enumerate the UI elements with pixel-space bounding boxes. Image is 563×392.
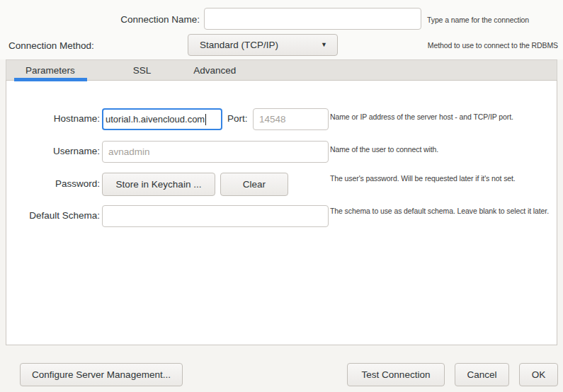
configure-server-management-button[interactable]: Configure Server Management... bbox=[20, 363, 183, 386]
parameters-panel: Hostname: utorial.h.aivencloud.com Port:… bbox=[6, 80, 557, 345]
store-in-keychain-button[interactable]: Store in Keychain ... bbox=[102, 173, 215, 196]
port-label: Port: bbox=[227, 113, 248, 124]
username-input[interactable] bbox=[102, 141, 329, 163]
connection-name-label: Connection Name: bbox=[0, 14, 200, 25]
password-label: Password: bbox=[6, 178, 100, 189]
text-caret bbox=[205, 114, 206, 125]
hostname-label: Hostname: bbox=[6, 113, 100, 124]
clear-password-button[interactable]: Clear bbox=[220, 173, 288, 196]
active-tab-indicator bbox=[14, 78, 87, 81]
connection-dialog: Connection Name: Type a name for the con… bbox=[0, 0, 563, 392]
cancel-button[interactable]: Cancel bbox=[455, 363, 509, 386]
default-schema-label: Default Schema: bbox=[6, 210, 100, 221]
hostname-help: Name or IP address of the server host - … bbox=[330, 113, 513, 121]
default-schema-input[interactable] bbox=[102, 205, 329, 227]
tab-advanced[interactable]: Advanced bbox=[185, 60, 244, 80]
test-connection-button[interactable]: Test Connection bbox=[347, 363, 445, 386]
tab-bar: Parameters SSL Advanced bbox=[6, 59, 557, 80]
chevron-down-icon: ▼ bbox=[321, 42, 327, 48]
connection-method-dropdown[interactable]: Standard (TCP/IP) ▼ bbox=[188, 34, 338, 56]
hostname-value: utorial.h.aivencloud.com bbox=[106, 114, 205, 125]
connection-method-help: Method to use to connect to the RDBMS bbox=[428, 41, 558, 50]
connection-name-input[interactable] bbox=[204, 8, 421, 30]
default-schema-help: The schema to use as default schema. Lea… bbox=[330, 207, 549, 215]
connection-method-selected: Standard (TCP/IP) bbox=[200, 40, 278, 50]
port-input[interactable] bbox=[253, 108, 329, 130]
username-help: Name of the user to connect with. bbox=[330, 145, 438, 154]
hostname-input[interactable]: utorial.h.aivencloud.com bbox=[102, 108, 222, 130]
ok-button[interactable]: OK bbox=[519, 363, 558, 386]
password-help: The user's password. Will be requested l… bbox=[330, 174, 516, 183]
tab-parameters[interactable]: Parameters bbox=[17, 60, 84, 80]
connection-method-label: Connection Method: bbox=[8, 40, 94, 51]
connection-name-help: Type a name for the connection bbox=[427, 16, 529, 24]
tab-ssl[interactable]: SSL bbox=[125, 60, 160, 80]
username-label: Username: bbox=[6, 146, 100, 156]
